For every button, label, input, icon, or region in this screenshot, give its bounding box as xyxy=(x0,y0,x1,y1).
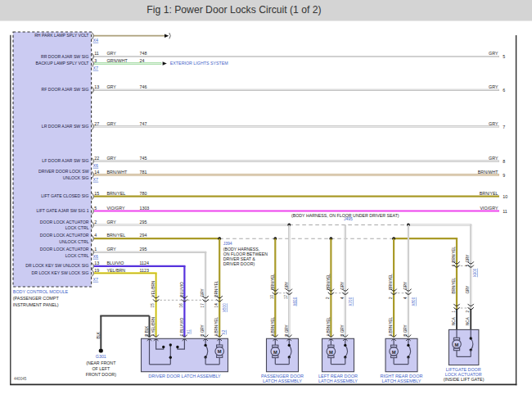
svg-text:781: 781 xyxy=(140,170,147,175)
svg-text:2: 2 xyxy=(389,297,393,299)
svg-text:746: 746 xyxy=(140,84,147,89)
svg-text:NCA: NCA xyxy=(452,316,456,325)
svg-text:780: 780 xyxy=(140,191,147,196)
svg-text:BODY CONTROL MODULE: BODY CONTROL MODULE xyxy=(13,289,69,294)
svg-text:17: 17 xyxy=(201,303,205,308)
svg-text:4: 4 xyxy=(340,297,345,299)
svg-text:X4: X4 xyxy=(93,38,99,43)
svg-text:9: 9 xyxy=(503,173,505,178)
svg-text:5: 5 xyxy=(503,54,505,59)
svg-text:GRY: GRY xyxy=(489,84,498,89)
svg-text:294: 294 xyxy=(140,233,147,238)
svg-text:BLK: BLK xyxy=(97,331,101,339)
svg-text:X500: X500 xyxy=(223,303,227,312)
svg-text:1: 1 xyxy=(94,247,97,252)
svg-text:DRIVER DOOR): DRIVER DOOR) xyxy=(223,261,255,266)
svg-text:8: 8 xyxy=(503,159,505,164)
svg-text:11: 11 xyxy=(94,51,99,56)
svg-text:GRY: GRY xyxy=(107,220,117,224)
svg-text:BACKUP LAMP SPLY VOLT: BACKUP LAMP SPLY VOLT xyxy=(36,61,90,66)
svg-text:GRY: GRY xyxy=(489,51,498,56)
svg-text:LIFTGATE DOOR: LIFTGATE DOOR xyxy=(446,367,481,372)
svg-text:1: 1 xyxy=(452,311,456,313)
svg-text:UNLOCK CTRL: UNLOCK CTRL xyxy=(59,239,88,244)
svg-text:GRY: GRY xyxy=(285,282,289,290)
svg-text:BLU/VIO: BLU/VIO xyxy=(107,261,124,265)
svg-text:440045: 440045 xyxy=(14,377,27,381)
svg-text:4: 4 xyxy=(94,233,97,238)
svg-text:2: 2 xyxy=(466,311,470,313)
svg-text:16: 16 xyxy=(179,303,183,308)
svg-text:M: M xyxy=(329,350,333,355)
svg-text:GRY: GRY xyxy=(107,247,117,252)
svg-text:BRN/YEL: BRN/YEL xyxy=(271,274,275,290)
svg-text:M: M xyxy=(392,350,396,355)
svg-text:10: 10 xyxy=(503,194,507,199)
svg-text:NCA: NCA xyxy=(466,316,470,325)
svg-text:GRY: GRY xyxy=(466,255,470,263)
svg-text:1123: 1123 xyxy=(140,268,149,273)
svg-text:DOOR LOCK ACTUATOR: DOOR LOCK ACTUATOR xyxy=(40,233,89,238)
svg-text:X900: X900 xyxy=(473,268,477,277)
svg-text:6: 6 xyxy=(503,88,505,93)
svg-text:FRONT DOOR): FRONT DOOR) xyxy=(86,372,117,377)
svg-text:VIO/GRY: VIO/GRY xyxy=(107,206,125,211)
svg-text:BLU/VIO: BLU/VIO xyxy=(180,282,184,297)
svg-text:GRY: GRY xyxy=(489,156,498,161)
svg-text:X2: X2 xyxy=(222,329,226,334)
svg-text:A BRN/YEL: A BRN/YEL xyxy=(327,316,331,336)
svg-text:Fig 1: Power Door Locks Circui: Fig 1: Power Door Locks Circuit (1 of 2) xyxy=(147,4,321,16)
svg-text:LIFT GATE CLOSED SIG: LIFT GATE CLOSED SIG xyxy=(41,193,88,198)
svg-text:X7: X7 xyxy=(93,66,99,70)
svg-text:BRN/WHT: BRN/WHT xyxy=(107,170,128,175)
svg-text:VIO/GRY: VIO/GRY xyxy=(480,206,498,211)
svg-text:C BLU/VIO: C BLU/VIO xyxy=(180,317,184,336)
svg-text:295: 295 xyxy=(140,220,147,224)
svg-text:2: 2 xyxy=(94,220,97,224)
svg-text:13: 13 xyxy=(94,84,99,89)
svg-text:DR LOCK KEY SW LOCK SIG: DR LOCK KEY SW LOCK SIG xyxy=(32,270,89,275)
svg-text:EXTERIOR LIGHTS SYSTEM: EXTERIOR LIGHTS SYSTEM xyxy=(170,61,228,66)
svg-text:BRN/YEL: BRN/YEL xyxy=(107,233,126,238)
svg-text:A BRN/YEL: A BRN/YEL xyxy=(271,316,275,336)
svg-text:DRIVER DOOR LATCH ASSEMBLY: DRIVER DOOR LATCH ASSEMBLY xyxy=(148,374,221,379)
svg-text:19: 19 xyxy=(94,268,99,273)
svg-text:BRN/YEL: BRN/YEL xyxy=(480,191,498,196)
svg-text:A BRN/YEL: A BRN/YEL xyxy=(214,316,219,336)
svg-text:24: 24 xyxy=(140,58,145,63)
svg-text:X7: X7 xyxy=(93,177,99,182)
svg-text:5: 5 xyxy=(466,264,470,266)
svg-text:27: 27 xyxy=(94,121,99,126)
svg-text:G301: G301 xyxy=(96,354,106,359)
svg-text:14: 14 xyxy=(214,303,219,308)
svg-text:BRN/YEL: BRN/YEL xyxy=(327,274,331,290)
svg-text:X6: X6 xyxy=(93,163,99,168)
svg-text:OF LEFT: OF LEFT xyxy=(92,366,110,371)
svg-text:GRY: GRY xyxy=(107,121,117,126)
svg-text:YEL/BRN: YEL/BRN xyxy=(151,281,156,297)
svg-text:ON FLOOR BETWEEN: ON FLOOR BETWEEN xyxy=(223,252,268,256)
svg-text:M: M xyxy=(218,349,222,354)
svg-text:4: 4 xyxy=(404,297,408,299)
svg-text:1124: 1124 xyxy=(140,261,149,265)
svg-text:GRY: GRY xyxy=(340,282,345,290)
svg-text:14: 14 xyxy=(94,170,99,175)
svg-text:747: 747 xyxy=(140,121,147,126)
svg-text:GRY: GRY xyxy=(107,51,117,56)
svg-text:15: 15 xyxy=(94,191,99,196)
svg-text:BRN/YEL: BRN/YEL xyxy=(389,274,393,290)
svg-text:UNLOCK SIG: UNLOCK SIG xyxy=(63,175,89,180)
svg-text:LIFT GATE AJAR SW SIG 1: LIFT GATE AJAR SW SIG 1 xyxy=(36,208,88,213)
svg-text:(NEAR FRONT: (NEAR FRONT xyxy=(86,360,116,365)
svg-text:10: 10 xyxy=(270,294,274,299)
svg-text:5: 5 xyxy=(94,206,97,211)
svg-text:X800: X800 xyxy=(412,297,416,306)
svg-text:LATCH ASSEMBLY: LATCH ASSEMBLY xyxy=(381,379,421,383)
svg-text:B GRY: B GRY xyxy=(285,324,289,336)
svg-text:BRN/WHT: BRN/WHT xyxy=(478,170,498,175)
svg-text:GRY: GRY xyxy=(489,121,498,126)
svg-text:LOCK ACTUATOR: LOCK ACTUATOR xyxy=(445,372,482,377)
svg-text:6: 6 xyxy=(452,264,456,266)
svg-text:J394: J394 xyxy=(223,241,232,246)
svg-text:(BODY HARNESS,: (BODY HARNESS, xyxy=(223,247,259,252)
